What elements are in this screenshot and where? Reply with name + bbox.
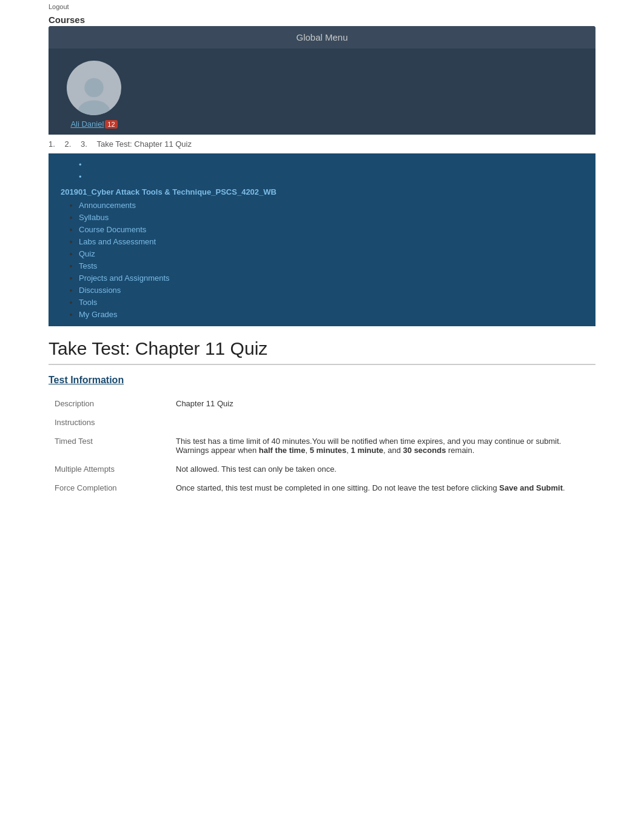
test-info-table: Description Chapter 11 Quiz Instructions… (49, 394, 595, 497)
nav-items-list: Announcements Syllabus Course Documents … (49, 199, 595, 320)
avatar (67, 61, 121, 115)
table-row-instructions: Instructions (49, 413, 595, 432)
main-content: Take Test: Chapter 11 Quiz Test Informat… (49, 326, 595, 509)
svg-point-0 (84, 78, 104, 98)
global-menu-title: Global Menu (49, 26, 595, 49)
test-information-section: Test Information Description Chapter 11 … (49, 375, 595, 497)
user-avatar-area: Ali Daniel12 (67, 61, 121, 129)
nav-link-course-documents[interactable]: Course Documents (79, 225, 146, 234)
breadcrumb-item-3: 3. (81, 139, 87, 149)
breadcrumb: 1. 2. 3. Take Test: Chapter 11 Quiz (0, 135, 644, 153)
nav-link-syllabus[interactable]: Syllabus (79, 213, 109, 222)
label-force-completion: Force Completion (49, 478, 170, 497)
table-row-multiple-attempts: Multiple Attempts Not allowed. This test… (49, 460, 595, 478)
nav-link-my-grades[interactable]: My Grades (79, 310, 118, 319)
nav-item-labs-assessment[interactable]: Labs and Assessment (79, 235, 595, 247)
nav-item-projects-assignments[interactable]: Projects and Assignments (79, 272, 595, 284)
nav-item-syllabus[interactable]: Syllabus (79, 211, 595, 223)
label-description: Description (49, 394, 170, 413)
nav-link-labs-assessment[interactable]: Labs and Assessment (79, 237, 156, 246)
value-multiple-attempts: Not allowed. This test can only be taken… (170, 460, 595, 478)
courses-label: Courses (49, 15, 85, 25)
breadcrumb-item-2[interactable]: 2. (64, 139, 71, 149)
value-force-completion: Once started, this test must be complete… (170, 478, 595, 497)
nav-link-announcements[interactable]: Announcements (79, 201, 136, 210)
svg-point-1 (78, 101, 110, 116)
nav-link-tests[interactable]: Tests (79, 261, 97, 270)
page-title: Take Test: Chapter 11 Quiz (49, 338, 595, 365)
table-row-description: Description Chapter 11 Quiz (49, 394, 595, 413)
nav-link-discussions[interactable]: Discussions (79, 286, 121, 295)
breadcrumb-item-4: Take Test: Chapter 11 Quiz (96, 139, 192, 149)
nav-panel: • • 201901_Cyber Attack Tools & Techniqu… (49, 153, 595, 326)
label-timed-test: Timed Test (49, 432, 170, 460)
nav-item-discussions[interactable]: Discussions (79, 284, 595, 296)
nav-bullet-1: • (79, 160, 82, 169)
nav-link-quiz[interactable]: Quiz (79, 249, 95, 258)
nav-link-tools[interactable]: Tools (79, 298, 97, 307)
user-badge: 12 (105, 120, 117, 129)
nav-course-title: 201901_Cyber Attack Tools & Technique_PS… (49, 184, 595, 199)
nav-link-projects-assignments[interactable]: Projects and Assignments (79, 273, 170, 283)
global-menu: Global Menu Ali Daniel12 (49, 26, 595, 135)
nav-item-tools[interactable]: Tools (79, 296, 595, 308)
label-instructions: Instructions (49, 413, 170, 432)
breadcrumb-item-1[interactable]: 1. (49, 139, 55, 149)
table-row-force-completion: Force Completion Once started, this test… (49, 478, 595, 497)
logout-link[interactable]: Logout (49, 3, 69, 10)
user-name-link[interactable]: Ali Daniel (70, 119, 104, 129)
value-description: Chapter 11 Quiz (170, 394, 595, 413)
nav-item-my-grades[interactable]: My Grades (79, 308, 595, 320)
nav-item-course-documents[interactable]: Course Documents (79, 223, 595, 235)
section-heading: Test Information (49, 375, 595, 386)
table-row-timed-test: Timed Test This test has a time limit of… (49, 432, 595, 460)
nav-item-quiz[interactable]: Quiz (79, 247, 595, 260)
nav-item-announcements[interactable]: Announcements (79, 199, 595, 211)
value-timed-test: This test has a time limit of 40 minutes… (170, 432, 595, 460)
nav-item-tests[interactable]: Tests (79, 260, 595, 272)
nav-bullet-2: • (79, 172, 82, 181)
value-instructions (170, 413, 595, 432)
label-multiple-attempts: Multiple Attempts (49, 460, 170, 478)
